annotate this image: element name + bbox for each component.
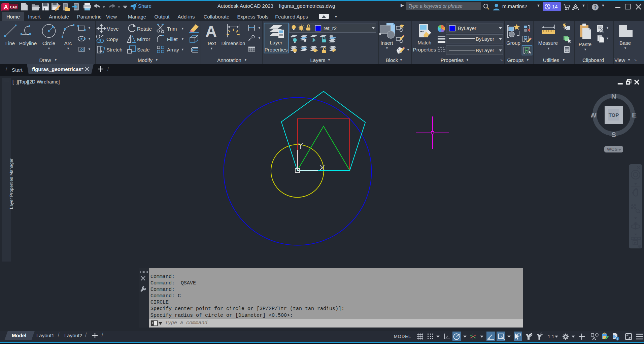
svg-text:CAD: CAD bbox=[10, 5, 18, 9]
svg-text:E: E bbox=[632, 111, 637, 119]
svg-text:1:1: 1:1 bbox=[548, 334, 554, 339]
svg-text:W: W bbox=[591, 111, 597, 119]
svg-text:S: S bbox=[611, 131, 616, 138]
svg-text:i: i bbox=[617, 337, 618, 341]
svg-text:?: ? bbox=[594, 4, 597, 10]
svg-text:N: N bbox=[611, 92, 616, 100]
svg-text:A: A bbox=[205, 23, 217, 40]
svg-text:TOP: TOP bbox=[609, 112, 619, 118]
svg-text:A: A bbox=[4, 4, 8, 10]
